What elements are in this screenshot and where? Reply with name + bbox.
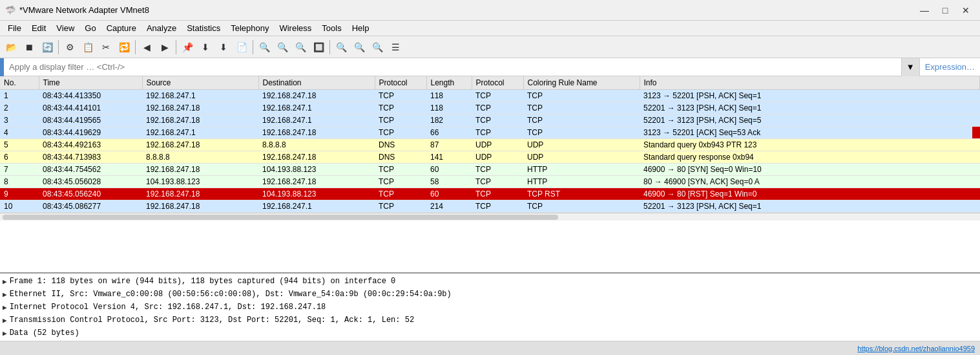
cell-dest: 192.168.247.1 (258, 102, 375, 114)
detail-expand-arrow: ▶ (3, 290, 7, 299)
cell-dest: 8.8.8.8 (258, 139, 375, 151)
toolbar-zoom-in[interactable]: 🔍 (292, 39, 309, 56)
detail-row[interactable]: ▶Internet Protocol Version 4, Src: 192.1… (0, 301, 980, 314)
detail-row[interactable]: ▶Ethernet II, Src: Vmware_c0:00:08 (00:5… (0, 288, 980, 301)
table-row[interactable]: 508:43:44.492163192.168.247.188.8.8.8DNS… (0, 139, 980, 151)
table-row[interactable]: 208:43:44.414101192.168.247.18192.168.24… (0, 102, 980, 114)
menu-item-analyze[interactable]: Analyze (141, 21, 182, 36)
toolbar-cut[interactable]: ✂ (98, 39, 114, 56)
toolbar-down1[interactable]: ⬇ (197, 39, 214, 56)
cell-dest: 104.193.88.123 (258, 164, 375, 176)
col-header-protocol[interactable]: Protocol (375, 76, 426, 90)
cell-dest: 192.168.247.18 (258, 90, 375, 102)
toolbar-copy[interactable]: 📋 (79, 39, 96, 56)
detail-text: Ethernet II, Src: Vmware_c0:00:08 (00:50… (10, 290, 452, 299)
close-button[interactable]: ✕ (957, 4, 975, 17)
toolbar-down2[interactable]: ⬇ (215, 39, 232, 56)
col-header-length[interactable]: Length (426, 76, 472, 90)
detail-expand-arrow: ▶ (3, 277, 7, 286)
filter-expression-button[interactable]: Expression… (919, 58, 980, 76)
toolbar-find3[interactable]: 🔍 (369, 39, 386, 56)
cell-color_rule: TCP (523, 90, 640, 102)
cell-len: 141 (426, 151, 472, 164)
cell-info: Standard query response 0xb94 (640, 151, 980, 164)
cell-time: 08:43:44.419565 (39, 114, 142, 127)
detail-row[interactable]: ▶Frame 1: 118 bytes on wire (944 bits), … (0, 275, 980, 288)
menu-item-capture[interactable]: Capture (101, 21, 141, 36)
col-header-dest[interactable]: Destination (258, 76, 375, 90)
detail-row[interactable]: ▶Transmission Control Protocol, Src Port… (0, 314, 980, 327)
toolbar-forward[interactable]: ▶ (156, 39, 173, 56)
toolbar-stop[interactable]: ⏹ (21, 39, 37, 56)
toolbar-sep3 (176, 40, 176, 54)
col-header-info[interactable]: Info (640, 76, 980, 90)
cell-source: 192.168.247.1 (142, 90, 258, 102)
cell-len: 58 (426, 176, 472, 188)
cell-len: 214 (426, 200, 472, 213)
cell-proto2: TCP (472, 164, 523, 176)
toolbar-open[interactable]: 📂 (3, 39, 19, 56)
toolbar-zoom-out[interactable]: 🔍 (256, 39, 273, 56)
toolbar-settings[interactable]: ⚙ (61, 39, 78, 56)
maximize-button[interactable]: □ (936, 4, 954, 17)
col-header-color-rule[interactable]: Coloring Rule Name (523, 76, 640, 90)
menu-item-help[interactable]: Help (347, 21, 375, 36)
table-row[interactable]: 708:43:44.754562192.168.247.18104.193.88… (0, 164, 980, 176)
display-filter-input[interactable] (4, 62, 901, 72)
toolbar-grid[interactable]: 🔲 (310, 39, 327, 56)
minimize-button[interactable]: — (915, 4, 933, 17)
toolbar-find2[interactable]: 🔍 (351, 39, 368, 56)
cell-color_rule: UDP (523, 139, 640, 151)
menu-item-file[interactable]: File (3, 21, 26, 36)
toolbar-list[interactable]: ☰ (387, 39, 404, 56)
table-row[interactable]: 908:43:45.056240192.168.247.18104.193.88… (0, 188, 980, 200)
cell-source: 8.8.8.8 (142, 151, 258, 164)
toolbar-back[interactable]: ◀ (138, 39, 155, 56)
cell-proto: TCP (375, 90, 426, 102)
detail-row[interactable]: ▶Data (52 bytes) (0, 327, 980, 339)
toolbar-reload[interactable]: 🔁 (116, 39, 132, 56)
detail-text: Data (52 bytes) (10, 328, 79, 338)
cell-proto2: UDP (472, 139, 523, 151)
cell-len: 118 (426, 102, 472, 114)
menu-item-telephony[interactable]: Telephony (225, 21, 274, 36)
menu-item-edit[interactable]: Edit (26, 21, 51, 36)
menu-item-tools[interactable]: Tools (317, 21, 346, 36)
col-header-no[interactable]: No. (0, 76, 39, 90)
table-row[interactable]: 608:43:44.7139838.8.8.8192.168.247.18DNS… (0, 151, 980, 164)
cell-no: 1 (0, 90, 39, 102)
menu-item-view[interactable]: View (51, 21, 79, 36)
cell-dest: 192.168.247.1 (258, 200, 375, 213)
cell-color_rule: TCP (523, 200, 640, 213)
toolbar-bookmark[interactable]: 📌 (179, 39, 196, 56)
cell-source: 104.193.88.123 (142, 176, 258, 188)
col-header-protocol2[interactable]: Protocol (472, 76, 523, 90)
app-icon: 🦈 (5, 5, 16, 16)
scrollbar-thumb[interactable] (3, 215, 558, 220)
status-link[interactable]: https://blog.csdn.net/zhaoliannio4959 (857, 345, 975, 352)
menu-item-statistics[interactable]: Statistics (182, 21, 225, 36)
toolbar-find[interactable]: 🔍 (333, 39, 349, 56)
table-row[interactable]: 1008:43:45.086277192.168.247.18192.168.2… (0, 200, 980, 213)
table-row[interactable]: 308:43:44.419565192.168.247.18192.168.24… (0, 114, 980, 127)
menu-item-go[interactable]: Go (79, 21, 101, 36)
cell-len: 87 (426, 139, 472, 151)
title-controls: — □ ✕ (915, 4, 975, 17)
cell-no: 10 (0, 200, 39, 213)
cell-dest: 192.168.247.18 (258, 151, 375, 164)
cell-proto: DNS (375, 139, 426, 151)
cell-source: 192.168.247.1 (142, 127, 258, 139)
toolbar-restart[interactable]: 🔄 (39, 39, 56, 56)
col-header-time[interactable]: Time (39, 76, 142, 90)
horizontal-scrollbar[interactable] (0, 213, 980, 221)
cell-source: 192.168.247.18 (142, 164, 258, 176)
menu-item-wireless[interactable]: Wireless (274, 21, 317, 36)
filter-dropdown-button[interactable]: ▼ (901, 58, 919, 76)
cell-color_rule: TCP (523, 127, 640, 139)
col-header-source[interactable]: Source (142, 76, 258, 90)
table-row[interactable]: 408:43:44.419629192.168.247.1192.168.247… (0, 127, 980, 139)
table-row[interactable]: 108:43:44.413350192.168.247.1192.168.247… (0, 90, 980, 102)
toolbar-page[interactable]: 📄 (233, 39, 250, 56)
table-row[interactable]: 808:43:45.056028104.193.88.123192.168.24… (0, 176, 980, 188)
toolbar-zoom-normal[interactable]: 🔍 (274, 39, 291, 56)
